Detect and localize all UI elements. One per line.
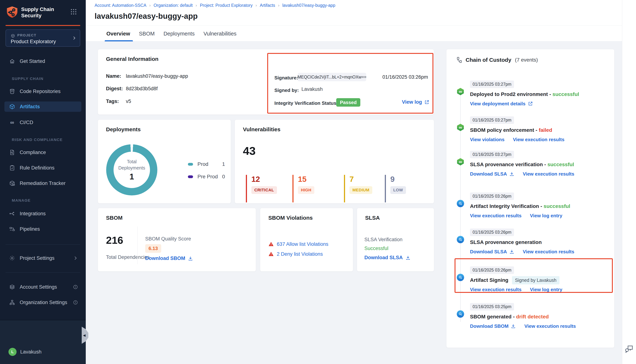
event-title-dash: - xyxy=(534,127,539,133)
info-field-value: 8d23bd3b5d8f xyxy=(126,86,158,92)
event-links-row: View violationsView execution results xyxy=(470,136,608,143)
sidebar-item-pipelines[interactable]: Pipelines xyxy=(5,224,81,234)
event-link-label: View violations xyxy=(470,137,504,142)
event-title: Artifact Signing xyxy=(470,277,508,283)
donut-center-label: Deployments xyxy=(118,165,145,171)
event-link-download-sbom[interactable]: Download SBOM xyxy=(470,323,516,329)
gear-icon xyxy=(9,255,15,261)
sidebar-divider xyxy=(6,272,80,273)
sidebar-item-organization-settings[interactable]: Organization Settings xyxy=(5,297,81,308)
event-link-view-execution-results[interactable]: View execution results xyxy=(513,137,564,142)
sidebar-item-integrations[interactable]: Integrations xyxy=(5,208,81,219)
info-field-label: Name: xyxy=(106,73,126,79)
severity-medium: 7MEDIUM xyxy=(344,175,372,202)
event-links-row: View execution resultsView log entry xyxy=(470,286,608,293)
infinity-icon: ∞ xyxy=(9,119,15,126)
tab-sbom[interactable]: SBOM xyxy=(139,31,155,37)
avatar: L xyxy=(9,348,17,356)
ssca-event-icon xyxy=(457,200,464,207)
page-title: lavakush07/easy-buggy-app xyxy=(95,12,198,20)
breadcrumb-separator-icon: › xyxy=(256,3,257,8)
event-timestamp: 01/16/2025 03:27pm xyxy=(470,151,514,158)
signature-timestamp: 01/16/2025 03:26pm xyxy=(382,74,428,80)
event-link-view-violations[interactable]: View violations xyxy=(470,137,504,142)
event-link-view-execution-results[interactable]: View execution results xyxy=(523,249,574,254)
info-field-value: v5 xyxy=(126,98,131,104)
box-icon xyxy=(9,104,15,110)
view-log-link[interactable]: View log xyxy=(402,99,429,105)
breadcrumb-link[interactable]: Artifacts xyxy=(260,3,275,8)
card-title: SBOM xyxy=(106,215,123,221)
violation-link-row[interactable]: 637 Allow list Violations xyxy=(268,241,328,248)
severity-badge: CRITICAL xyxy=(251,186,277,194)
info-field-row: Name:lavakush07/easy-buggy-app xyxy=(106,73,188,80)
general-information-card: General Information Name:lavakush07/easy… xyxy=(98,49,434,115)
doc-search-icon xyxy=(9,149,15,156)
breadcrumb-link[interactable]: lavakush07/easy-buggy-app xyxy=(282,3,335,8)
event-status: drift detected xyxy=(516,314,549,320)
event-link-view-execution-results[interactable]: View execution results xyxy=(524,323,576,329)
status-badge: Passed xyxy=(336,98,360,107)
sidebar-section-label: MANAGE xyxy=(12,198,31,202)
sidebar-item-rule-definitions[interactable]: Rule Definitions xyxy=(5,163,81,173)
event-title-row: Deployed to Prod2 environment - successf… xyxy=(470,91,608,98)
sidebar-collapse-handle[interactable]: ◀ xyxy=(82,327,88,344)
sidebar-item-label: Project Settings xyxy=(20,255,55,261)
violation-link[interactable]: 637 Allow list Violations xyxy=(277,242,328,247)
event-title: SBOM generated xyxy=(470,314,512,320)
event-status: successful xyxy=(544,203,570,209)
event-link-download-slsa[interactable]: Download SLSA xyxy=(470,171,514,177)
pipeline-event-icon: ∞ xyxy=(457,88,464,95)
tab-deployments[interactable]: Deployments xyxy=(163,31,194,37)
breadcrumb-link[interactable]: Account: Automation-SSCA xyxy=(95,3,146,8)
severity-badge: MEDIUM xyxy=(350,186,372,194)
pipeline-event-icon: ∞ xyxy=(457,158,464,166)
download-sbom-link[interactable]: Download SBOM xyxy=(145,256,193,261)
sidebar-item-code-repositories[interactable]: Code Repositories xyxy=(5,86,81,96)
sbom-quality-label: SBOM Quality Score xyxy=(145,236,191,242)
sidebar-item-account-settings[interactable]: Account Settings xyxy=(5,282,81,292)
event-link-label: View execution results xyxy=(523,171,574,177)
sidebar-item-compliance[interactable]: Compliance xyxy=(5,147,81,158)
tab-vulnerabilities[interactable]: Vulnerabilities xyxy=(203,31,236,37)
sidebar-item-artifacts[interactable]: Artifacts xyxy=(5,102,81,112)
event-link-view-execution-results[interactable]: View execution results xyxy=(523,171,574,177)
top-header: Account: Automation-SSCA›Organization: d… xyxy=(86,0,622,26)
event-link-view-execution-results[interactable]: View execution results xyxy=(470,213,521,218)
collapse-arrow-icon: ◀ xyxy=(83,333,86,337)
breadcrumb-separator-icon: › xyxy=(278,3,279,8)
chat-bubbles-icon[interactable] xyxy=(624,344,634,354)
custody-event: ∞01/16/2025 03:27pmDeployed to Prod2 env… xyxy=(457,80,608,107)
event-link-view-deployment-details[interactable]: View deployment details xyxy=(470,101,533,107)
info-field-row: Digest:8d23bd3b5d8f xyxy=(106,85,158,92)
user-menu[interactable]: L Lavakush xyxy=(5,347,81,357)
violation-link-row[interactable]: 2 Deny list Violations xyxy=(268,251,323,257)
tabs: OverviewSBOMDeploymentsVulnerabilities xyxy=(106,26,236,42)
event-title: Artifact Integrity Verification xyxy=(470,203,539,209)
event-title-row: SLSA provenance generation xyxy=(470,238,608,246)
project-selector[interactable]: PROJECT Product Exploratory xyxy=(6,30,80,47)
sidebar-item-ci-cd[interactable]: ∞CI/CD xyxy=(5,117,81,128)
sidebar-item-get-started[interactable]: Get Started xyxy=(5,56,81,66)
download-icon xyxy=(509,249,514,254)
download-slsa-link[interactable]: Download SLSA xyxy=(364,255,411,260)
custody-event: 01/16/2025 03:26pmArtifact Integrity Ver… xyxy=(457,192,608,219)
breadcrumb-link[interactable]: Organization: default xyxy=(154,3,193,8)
chain-icon xyxy=(456,56,463,63)
deployments-card: Deployments Total Deployments 1 Prod1Pre… xyxy=(98,120,231,204)
event-link-view-execution-results[interactable]: View execution results xyxy=(470,287,521,292)
event-link-download-slsa[interactable]: Download SLSA xyxy=(470,249,514,254)
tab-overview[interactable]: Overview xyxy=(106,31,130,37)
vulnerabilities-card: Vulnerabilities 43 12CRITICAL15HIGH7MEDI… xyxy=(235,120,434,204)
sidebar-item-remediation-tracker[interactable]: Remediation Tracker xyxy=(5,178,81,188)
violation-link[interactable]: 2 Deny list Violations xyxy=(277,251,323,257)
severity-high: 15HIGH xyxy=(292,175,314,202)
breadcrumb-link[interactable]: Project: Product Exploratory xyxy=(200,3,252,8)
app-grid-icon[interactable] xyxy=(70,8,77,16)
event-link-view-log-entry[interactable]: View log entry xyxy=(530,287,562,292)
sidebar-item-project-settings[interactable]: Project Settings xyxy=(5,253,81,263)
event-title-dash: - xyxy=(543,162,547,168)
event-link-view-log-entry[interactable]: View log entry xyxy=(530,213,562,218)
event-status: successful xyxy=(547,162,574,168)
custody-timeline: ∞01/16/2025 03:27pmDeployed to Prod2 env… xyxy=(457,80,608,329)
